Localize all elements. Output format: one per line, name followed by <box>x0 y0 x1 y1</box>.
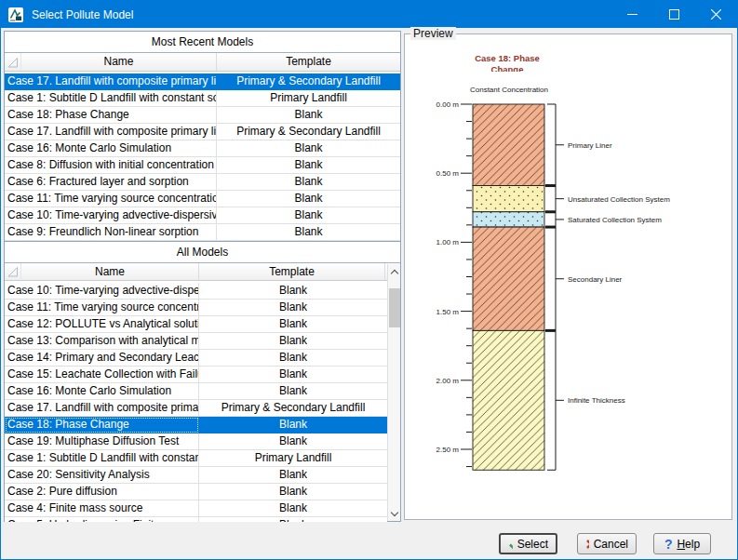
column-header-template[interactable]: Template <box>199 263 385 280</box>
cell-name[interactable]: Case 19: Multiphase Diffusion Test <box>5 433 199 450</box>
table-row[interactable]: Case 18: Phase ChangeBlank <box>5 417 387 433</box>
cell-template[interactable]: Blank <box>217 174 400 191</box>
scroll-thumb[interactable] <box>389 288 400 327</box>
cell-name[interactable]: Case 6: Fractured layer and sorption <box>5 174 217 191</box>
cell-template[interactable]: Blank <box>217 107 400 124</box>
cell-template[interactable]: Blank <box>199 417 387 433</box>
maximize-button[interactable] <box>653 1 695 28</box>
scroll-up-button[interactable] <box>388 264 400 279</box>
table-row[interactable]: Case 10: Time-varying advective-dispersi… <box>5 207 400 224</box>
column-header-template[interactable]: Template <box>217 53 400 71</box>
cell-template[interactable]: Primary Landfill <box>199 450 387 467</box>
cell-name[interactable]: Case 17. Landfill with composite primary… <box>5 400 199 417</box>
table-row[interactable]: Case 16: Monte Carlo SimulationBlank <box>5 140 400 157</box>
scroll-down-button[interactable] <box>388 506 400 521</box>
cell-template[interactable]: Blank <box>199 500 387 517</box>
cell-name[interactable]: Case 20: Sensitivity Analysis <box>5 467 199 484</box>
cell-template[interactable]: Blank <box>199 350 387 367</box>
cell-name[interactable]: Case 15: Leachate Collection with Failur… <box>5 367 199 383</box>
table-row[interactable]: Case 11: Time varying source concentrati… <box>5 191 400 207</box>
cell-name[interactable]: Case 14: Primary and Secondary Leachate <box>5 350 199 367</box>
cell-name[interactable]: Case 18: Phase Change <box>5 417 199 433</box>
cell-name[interactable]: Case 16: Monte Carlo Simulation <box>5 383 199 400</box>
cell-name[interactable]: Case 11: Time varying source concentrati… <box>5 300 199 316</box>
sort-indicator-icon <box>7 56 20 69</box>
cell-template[interactable]: Blank <box>199 283 387 300</box>
table-row[interactable]: Case 11: Time varying source concentrati… <box>5 300 387 316</box>
diagram-title-line2: Change <box>491 64 524 74</box>
sort-indicator-cell[interactable] <box>5 263 21 280</box>
depth-label: 2.00 m <box>436 377 460 385</box>
cell-name[interactable]: Case 9: Freundlich Non-linear sorption <box>5 224 217 241</box>
cell-name[interactable]: Case 18: Phase Change <box>5 107 217 124</box>
cell-template[interactable]: Blank <box>199 333 387 350</box>
table-row[interactable]: Case 20: Sensitivity AnalysisBlank <box>5 467 387 484</box>
table-row[interactable]: Case 6: Fractured layer and sorptionBlan… <box>5 174 400 191</box>
layer-block <box>473 212 544 227</box>
cell-template[interactable]: Blank <box>217 224 400 241</box>
minimize-icon <box>627 9 637 20</box>
cell-template[interactable]: Blank <box>217 140 400 157</box>
cell-template[interactable]: Blank <box>199 467 387 484</box>
cell-template[interactable]: Blank <box>199 484 387 500</box>
cell-name[interactable]: Case 13: Comparison with analytical meth… <box>5 333 199 350</box>
table-row[interactable]: Case 17. Landfill with composite primary… <box>5 73 400 90</box>
cell-name[interactable]: Case 12: POLLUTE vs Analytical solution <box>5 316 199 333</box>
table-row[interactable]: Case 17. Landfill with composite primary… <box>5 400 387 417</box>
cancel-button[interactable]: Cancel <box>577 533 637 554</box>
cell-template[interactable]: Blank <box>199 367 387 383</box>
cell-template[interactable]: Blank <box>199 300 387 316</box>
cell-template[interactable]: Blank <box>199 383 387 400</box>
table-row[interactable]: Case 16: Monte Carlo SimulationBlank <box>5 383 387 400</box>
cell-name[interactable]: Case 1: Subtitle D Landfill with constan… <box>5 90 217 107</box>
vertical-scrollbar[interactable] <box>387 264 400 521</box>
cell-name[interactable]: Case 2: Pure diffusion <box>5 484 199 500</box>
cell-name[interactable]: Case 1: Subtitle D Landfill with constan… <box>5 450 199 467</box>
table-row[interactable]: Case 15: Leachate Collection with Failur… <box>5 367 387 383</box>
layer-block <box>473 186 544 212</box>
cancel-button-label: Cancel <box>594 538 628 551</box>
cell-template[interactable]: Blank <box>217 191 400 207</box>
select-button[interactable]: Select <box>499 533 557 554</box>
table-row[interactable]: Case 2: Pure diffusionBlank <box>5 484 387 500</box>
sort-indicator-cell[interactable] <box>5 53 21 71</box>
table-row[interactable]: Case 17. Landfill with composite primary… <box>5 124 400 140</box>
cell-template[interactable]: Blank <box>199 316 387 333</box>
table-row[interactable]: Case 18: Phase ChangeBlank <box>5 107 400 124</box>
table-row[interactable]: Case 13: Comparison with analytical meth… <box>5 333 387 350</box>
cell-name[interactable]: Case 16: Monte Carlo Simulation <box>5 140 217 157</box>
window-title: Select Pollute Model <box>32 8 133 21</box>
cell-name[interactable]: Case 8: Diffusion with initial concentra… <box>5 157 217 174</box>
layer-label: Saturated Collection System <box>568 216 662 224</box>
table-row[interactable]: Case 8: Diffusion with initial concentra… <box>5 157 400 174</box>
table-row[interactable]: Case 9: Freundlich Non-linear sorptionBl… <box>5 224 400 241</box>
cell-name[interactable]: Case 11: Time varying source concentrati… <box>5 191 217 207</box>
table-row[interactable]: Case 10: Time-varying advective-dispersi… <box>5 283 387 300</box>
preview-panel: Preview 0.00 m0.50 m1.00 m1.50 m2.00 m2.… <box>404 33 732 520</box>
table-row[interactable]: Case 12: POLLUTE vs Analytical solutionB… <box>5 316 387 333</box>
table-row[interactable]: Case 4: Finite mass sourceBlank <box>5 500 387 517</box>
cell-template[interactable]: Blank <box>217 207 400 224</box>
help-button[interactable]: ? Help <box>653 533 711 554</box>
column-header-name[interactable]: Name <box>21 53 217 71</box>
minimize-button[interactable] <box>611 1 653 28</box>
table-row[interactable]: Case 14: Primary and Secondary LeachateB… <box>5 350 387 367</box>
column-header-name[interactable]: Name <box>21 263 199 280</box>
table-row[interactable]: Case 1: Subtitle D Landfill with constan… <box>5 90 400 107</box>
table-row[interactable]: Case 19: Multiphase Diffusion TestBlank <box>5 433 387 450</box>
cell-template[interactable]: Primary & Secondary Landfill <box>217 124 400 140</box>
boundary-condition-label: Constant Concentration <box>470 86 548 94</box>
recent-models-panel: Most Recent Models Name Template Case 17… <box>4 31 401 241</box>
cell-template[interactable]: Primary & Secondary Landfill <box>199 400 387 417</box>
cell-name[interactable]: Case 10: Time-varying advective-dispersi… <box>5 283 199 300</box>
cell-name[interactable]: Case 17. Landfill with composite primary… <box>5 124 217 140</box>
cell-name[interactable]: Case 17. Landfill with composite primary… <box>5 73 217 90</box>
table-row[interactable]: Case 1: Subtitle D Landfill with constan… <box>5 450 387 467</box>
cell-name[interactable]: Case 10: Time-varying advective-dispersi… <box>5 207 217 224</box>
cell-template[interactable]: Primary Landfill <box>217 90 400 107</box>
cell-template[interactable]: Blank <box>199 433 387 450</box>
cell-name[interactable]: Case 4: Finite mass source <box>5 500 199 517</box>
cell-template[interactable]: Blank <box>217 157 400 174</box>
close-button[interactable] <box>695 1 737 28</box>
cell-template[interactable]: Primary & Secondary Landfill <box>217 73 400 90</box>
